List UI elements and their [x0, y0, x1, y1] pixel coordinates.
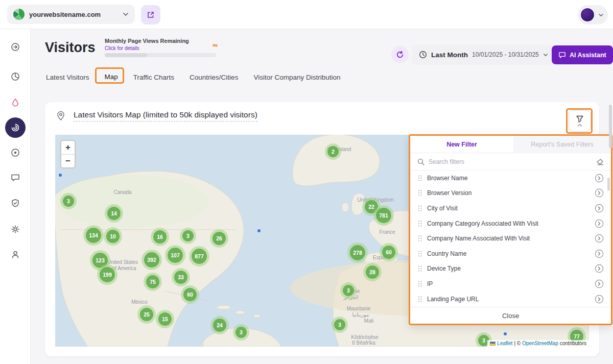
cluster-marker[interactable]: 24	[210, 316, 229, 334]
tab-saved-filters[interactable]: Report's Saved Filters	[513, 136, 611, 153]
osm-link[interactable]: OpenStreetMap	[522, 341, 558, 346]
sidebar-item-web-analytics[interactable]	[5, 66, 26, 87]
apply-filter-icon[interactable]	[595, 295, 604, 304]
tab-map[interactable]: Map	[104, 71, 119, 83]
cluster-marker[interactable]: 2	[325, 143, 341, 160]
visitor-dot[interactable]	[504, 332, 507, 335]
visitor-dot[interactable]	[257, 229, 261, 232]
avatar	[580, 7, 595, 22]
pageviews-details-link[interactable]: Click for details	[105, 45, 139, 51]
cluster-marker[interactable]: 33	[172, 268, 190, 286]
apply-filter-icon[interactable]	[595, 234, 604, 243]
zoom-in-button[interactable]: +	[61, 141, 75, 154]
cluster-marker[interactable]: 3	[180, 228, 196, 244]
apply-filter-icon[interactable]	[595, 249, 604, 258]
cluster-marker[interactable]: 28	[363, 263, 382, 281]
filter-list: Browser NameBrowser VersionCity of Visit…	[410, 171, 611, 307]
map-country-label: México	[131, 299, 148, 305]
cluster-marker[interactable]: 134	[83, 225, 104, 246]
sidebar-item-companies[interactable]	[5, 142, 26, 163]
apply-filter-icon[interactable]	[595, 279, 604, 288]
filter-item[interactable]: Company Category Associated With Visit	[410, 216, 611, 231]
heatmap-icon	[10, 98, 20, 108]
cluster-marker[interactable]: 16	[151, 228, 169, 246]
ai-assistant-label: AI Assistant	[570, 52, 606, 59]
funnel-icon	[576, 115, 584, 123]
sidebar-item-profile[interactable]	[5, 244, 26, 264]
tab-countries-cities[interactable]: Countries/Cities	[188, 72, 239, 83]
sidebar-item-privacy[interactable]	[5, 193, 26, 213]
account-menu[interactable]	[578, 5, 608, 25]
cluster-marker[interactable]: 107	[165, 245, 185, 265]
tab-new-filter[interactable]: New Filter	[410, 136, 513, 153]
filter-item[interactable]: Browser Name	[410, 171, 611, 186]
cluster-marker[interactable]: 278	[347, 242, 368, 263]
filter-item-label: IP	[427, 280, 590, 287]
cluster-marker[interactable]: 3	[332, 317, 348, 333]
apply-filter-icon[interactable]	[595, 219, 604, 228]
page-scrollbar[interactable]	[609, 105, 612, 148]
apply-filter-icon[interactable]	[595, 174, 604, 183]
tab-traffic-charts[interactable]: Traffic Charts	[132, 72, 175, 83]
chevron-down-icon	[543, 53, 548, 57]
filter-item[interactable]: City of Visit	[410, 201, 611, 216]
search-filters-input[interactable]	[429, 158, 592, 165]
person-icon	[10, 249, 20, 259]
cluster-marker[interactable]: 10	[104, 227, 122, 246]
cluster-marker[interactable]: 14	[105, 204, 123, 223]
apply-filter-icon[interactable]	[595, 204, 604, 213]
filter-item[interactable]: Company Name Associated With Visit	[410, 231, 611, 246]
cluster-marker[interactable]: 877	[189, 246, 209, 266]
sidebar-item-in-page-analytics[interactable]	[5, 92, 26, 113]
visitor-map-icon	[55, 110, 66, 122]
cluster-marker[interactable]: 3	[233, 324, 249, 341]
map-country-label: tî Bêafrîka	[352, 340, 375, 346]
website-name: yourwebsitename.com	[29, 11, 118, 18]
ai-assistant-button[interactable]: AI Assistant	[552, 45, 613, 64]
filter-item[interactable]: IP	[410, 276, 611, 292]
sidebar-item-modules[interactable]	[5, 37, 26, 57]
drag-handle-icon	[417, 235, 422, 242]
cluster-marker[interactable]: 3	[60, 193, 77, 209]
drag-handle-icon	[417, 205, 422, 212]
apply-filter-icon[interactable]	[595, 188, 604, 198]
cluster-marker[interactable]: 781	[373, 205, 394, 226]
filter-panel-close-button[interactable]: Close	[410, 307, 611, 324]
visitor-dot[interactable]	[59, 174, 62, 177]
search-icon	[417, 158, 425, 165]
map-filter-button[interactable]	[569, 110, 591, 132]
panel-scrollbar-thumb[interactable]	[607, 178, 610, 191]
sidebar-item-communication[interactable]	[5, 167, 26, 188]
cluster-marker[interactable]: 3	[340, 282, 357, 299]
filter-item-label: City of Visit	[427, 205, 590, 212]
filter-item[interactable]: Landing Page URL	[410, 292, 611, 307]
zoom-out-button[interactable]: −	[61, 154, 75, 167]
cluster-marker[interactable]: 75	[144, 273, 162, 291]
filter-panel-tabs: New Filter Report's Saved Filters	[410, 136, 611, 153]
cluster-marker[interactable]: 199	[97, 264, 117, 285]
filter-item[interactable]: Browser Version	[410, 186, 611, 201]
cluster-marker[interactable]: 60	[181, 285, 199, 304]
cluster-marker[interactable]: 26	[210, 229, 228, 248]
sidebar-item-settings[interactable]	[5, 219, 26, 239]
open-website-button[interactable]	[141, 5, 160, 25]
page-title: Visitors	[45, 40, 96, 56]
website-selector[interactable]: yourwebsitename.com	[7, 5, 135, 24]
drag-handle-icon	[417, 250, 422, 257]
filter-item[interactable]: Device Type	[410, 261, 611, 277]
sidebar-item-visitors[interactable]	[5, 117, 26, 138]
leaflet-link[interactable]: Leaflet	[497, 341, 512, 346]
tab-visitor-company-distribution[interactable]: Visitor Company Distribution	[252, 72, 341, 83]
eraser-icon[interactable]	[596, 158, 604, 165]
cluster-marker[interactable]: 25	[137, 305, 156, 324]
date-range-selector[interactable]: Last Month 10/01/2025 - 10/31/2025	[412, 44, 555, 65]
apply-filter-icon[interactable]	[595, 264, 604, 273]
clock-icon	[419, 51, 427, 59]
cluster-marker[interactable]: 392	[142, 250, 162, 270]
cluster-marker[interactable]: 60	[380, 243, 398, 261]
filter-item[interactable]: Country Name	[410, 246, 611, 261]
refresh-button[interactable]	[391, 46, 409, 63]
tab-latest-visitors[interactable]: Latest Visitors	[45, 72, 90, 83]
cluster-marker[interactable]: 15	[156, 310, 174, 328]
pageviews-progress-fill	[105, 53, 147, 57]
